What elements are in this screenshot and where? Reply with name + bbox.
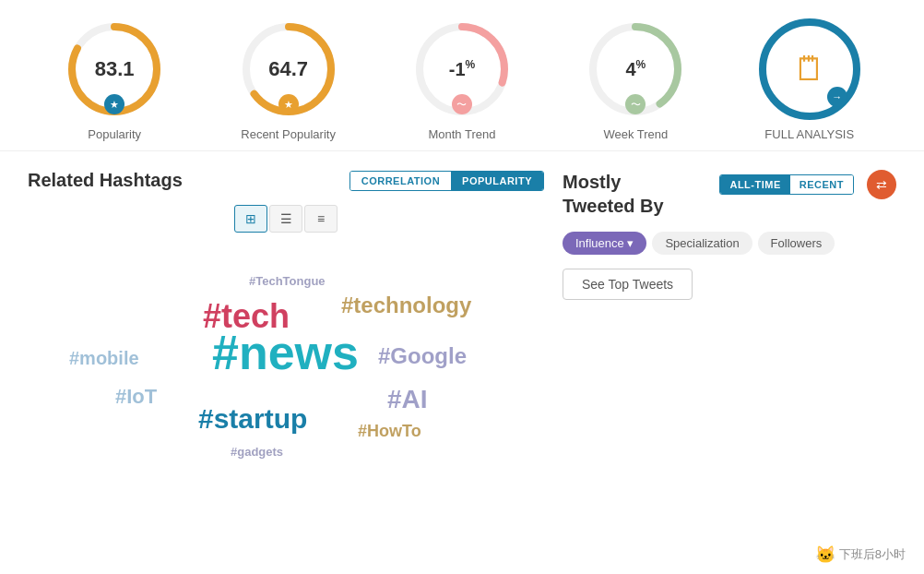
related-hashtags-title: Related Hashtags xyxy=(28,170,183,191)
metrics-bar: 83.1 ★ Popularity 64.7 ★ Recent Populari… xyxy=(0,0,924,151)
metric-month-trend: -1% 〜 Month Trend xyxy=(411,18,513,141)
full-analysis-circle[interactable]: 🗒 → xyxy=(759,18,860,120)
hashtag-word[interactable]: #news xyxy=(212,325,359,380)
filter-buttons: Influence ▾ Specialization Followers xyxy=(563,232,896,255)
watermark: 🐱 下班后8小时 xyxy=(815,544,906,565)
hashtags-toggle[interactable]: CORRELATION POPULARITY xyxy=(349,171,544,191)
specialization-filter-btn[interactable]: Specialization xyxy=(652,232,752,255)
popularity-toggle-btn[interactable]: POPULARITY xyxy=(451,172,543,190)
view-controls: ⊞ ☰ ≡ xyxy=(28,205,544,233)
main-content: Related Hashtags CORRELATION POPULARITY … xyxy=(0,151,924,472)
hashtag-word[interactable]: #mobile xyxy=(69,348,139,369)
mostly-tweeted-header: Mostly Tweeted By ALL-TIME RECENT ⇄ xyxy=(563,170,896,218)
recent-toggle-btn[interactable]: RECENT xyxy=(790,175,853,194)
related-hashtags-header: Related Hashtags CORRELATION POPULARITY xyxy=(28,170,544,191)
recent-popularity-circle[interactable]: 64.7 ★ xyxy=(238,18,339,120)
tweeted-toggle[interactable]: ALL-TIME RECENT xyxy=(719,174,854,195)
influence-filter-btn[interactable]: Influence ▾ xyxy=(563,232,646,255)
related-hashtags-panel: Related Hashtags CORRELATION POPULARITY … xyxy=(28,170,544,454)
hashtag-word[interactable]: #TechTongue xyxy=(249,274,326,288)
view-cloud-btn[interactable]: ⊞ xyxy=(234,205,267,233)
recent-popularity-value: 64.7 xyxy=(268,57,308,81)
metric-full-analysis[interactable]: 🗒 → FULL ANALYSIS xyxy=(759,18,860,141)
document-icon: 🗒 xyxy=(793,50,826,89)
recent-popularity-label: Recent Popularity xyxy=(241,127,336,141)
word-cloud: #TechTongue#tech#technology#mobile#news#… xyxy=(28,242,544,454)
metric-week-trend: 4% 〜 Week Trend xyxy=(585,18,686,141)
metric-popularity: 83.1 ★ Popularity xyxy=(64,18,165,141)
correlation-toggle-btn[interactable]: CORRELATION xyxy=(350,172,451,190)
hashtag-word[interactable]: #HowTo xyxy=(358,422,421,441)
see-top-tweets-btn[interactable]: See Top Tweets xyxy=(563,269,693,300)
week-trend-label: Week Trend xyxy=(603,127,668,141)
popularity-label: Popularity xyxy=(88,127,141,141)
popularity-value: 83.1 xyxy=(95,57,135,81)
share-icon[interactable]: ⇄ xyxy=(867,170,896,199)
all-time-toggle-btn[interactable]: ALL-TIME xyxy=(720,175,789,194)
view-list-btn[interactable]: ☰ xyxy=(269,205,302,233)
week-trend-circle[interactable]: 4% 〜 xyxy=(585,18,686,120)
hashtag-word[interactable]: #AI xyxy=(387,385,428,414)
metric-recent-popularity: 64.7 ★ Recent Popularity xyxy=(238,18,339,141)
hashtag-word[interactable]: #technology xyxy=(341,293,471,318)
popularity-badge: ★ xyxy=(104,94,124,114)
week-trend-value: 4% xyxy=(625,58,646,80)
hashtag-word[interactable]: #startup xyxy=(198,403,307,435)
watermark-text: 下班后8小时 xyxy=(839,546,906,563)
watermark-icon: 🐱 xyxy=(815,544,835,565)
popularity-circle[interactable]: 83.1 ★ xyxy=(64,18,165,120)
mostly-tweeted-panel: Mostly Tweeted By ALL-TIME RECENT ⇄ Infl… xyxy=(563,170,896,454)
month-trend-label: Month Trend xyxy=(428,127,495,141)
mostly-tweeted-title: Mostly Tweeted By xyxy=(563,170,664,218)
full-analysis-arrow: → xyxy=(827,87,847,107)
hashtag-word[interactable]: #gadgets xyxy=(231,445,283,459)
hashtag-word[interactable]: #IoT xyxy=(115,385,157,409)
recent-popularity-badge: ★ xyxy=(278,94,299,114)
view-table-btn[interactable]: ≡ xyxy=(304,205,338,233)
followers-filter-btn[interactable]: Followers xyxy=(758,232,835,255)
week-trend-badge: 〜 xyxy=(625,94,646,114)
hashtag-word[interactable]: #Google xyxy=(378,343,467,369)
full-analysis-label: FULL ANALYSIS xyxy=(764,127,854,141)
month-trend-value: -1% xyxy=(449,58,475,80)
month-trend-badge: 〜 xyxy=(452,94,472,114)
month-trend-circle[interactable]: -1% 〜 xyxy=(411,18,513,120)
